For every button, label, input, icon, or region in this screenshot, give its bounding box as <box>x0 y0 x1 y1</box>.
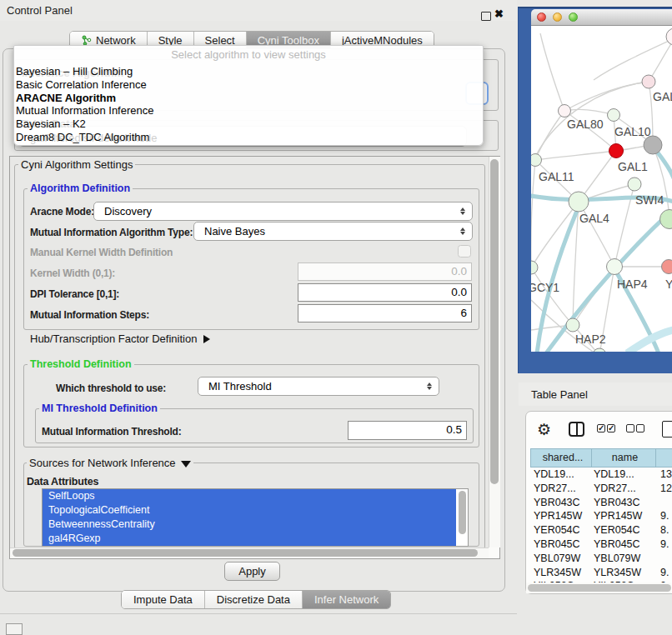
column-header[interactable]: shared... <box>531 449 592 467</box>
popup-item-selected[interactable]: ARACNE Algorithm <box>14 92 483 105</box>
list-scrollbar[interactable] <box>456 489 468 546</box>
popup-item[interactable]: Basic Correlation Inference <box>14 78 483 92</box>
node-GAL10[interactable] <box>608 109 620 122</box>
popup-item[interactable]: Bayesian – K2 <box>14 118 483 131</box>
expand-arrow-icon[interactable] <box>203 335 210 343</box>
node[interactable] <box>666 28 672 45</box>
table-row[interactable]: YDL19...YDL19...13 <box>530 468 672 482</box>
list-item[interactable]: BetweennessCentrality <box>43 518 456 532</box>
node-label: GAL <box>653 90 672 103</box>
minimize-traffic-light[interactable] <box>553 12 562 22</box>
column-header[interactable]: name <box>592 449 656 467</box>
zoom-traffic-light[interactable] <box>569 12 578 22</box>
dpi-tolerance-field[interactable]: 0.0 <box>298 283 472 302</box>
table-row[interactable]: YBL079WYBL079W <box>530 552 672 566</box>
node-salmon[interactable] <box>662 260 672 274</box>
tab-impute-data[interactable]: Impute Data <box>122 591 205 608</box>
node-label: GAL10 <box>614 125 651 138</box>
tab-infer-network[interactable]: Infer Network <box>303 591 390 608</box>
bottom-tabs: Impute Data Discretize Data Infer Networ… <box>121 590 391 609</box>
aracne-mode-combobox[interactable]: Discovery <box>93 202 473 221</box>
settings-horizontal-scrollbar-thumb[interactable] <box>13 549 478 557</box>
table-panel-titlebar: Table Panel <box>519 382 672 406</box>
deselect-all-checkbox-icon[interactable] <box>626 424 634 432</box>
dpi-tolerance-label: DPI Tolerance [0,1]: <box>30 288 119 300</box>
node-HAP4[interactable] <box>607 259 623 275</box>
split-pane-icon[interactable] <box>569 422 584 437</box>
list-item[interactable]: TopologicalCoefficient <box>43 503 456 518</box>
mi-threshold-field[interactable]: 0.5 <box>348 421 467 440</box>
which-threshold-label: Which threshold to use: <box>56 382 166 394</box>
manual-kernel-width-checkbox[interactable] <box>458 245 471 258</box>
sources-title[interactable]: Sources for Network Inference <box>27 457 193 469</box>
data-attributes-label: Data Attributes <box>27 476 98 488</box>
ghost-table-data-label: Table Data <box>22 118 76 130</box>
settings-vertical-scrollbar-thumb[interactable] <box>490 159 499 484</box>
cyni-algorithm-settings-title: Cyni Algorithm Settings <box>18 158 135 171</box>
table-row[interactable]: YER054CYER054C8. <box>530 523 672 538</box>
mi-algorithm-type-label: Mutual Information Algorithm Type: <box>30 227 193 238</box>
table-row[interactable]: YBR043CYBR043C <box>530 496 672 510</box>
combo-stepper-icon <box>459 222 467 240</box>
node-GAL11[interactable] <box>531 154 542 167</box>
minimized-panel-icon[interactable] <box>6 623 23 635</box>
combo-stepper-icon <box>425 378 434 395</box>
node-label: GAL80 <box>567 118 604 131</box>
table-doc-icon[interactable] <box>662 421 672 438</box>
hub-transcription-factor-section[interactable]: Hub/Transcription Factor Definition <box>30 332 210 345</box>
kernel-width-field[interactable]: 0.0 <box>298 262 472 281</box>
node-HAP2[interactable] <box>566 318 579 332</box>
table-row[interactable]: YLR345WYLR345W9. <box>530 566 672 580</box>
node-label: GAL4 <box>579 212 609 225</box>
select-all-checkbox-icon[interactable]: ✓ <box>607 424 615 432</box>
node-GCY1[interactable] <box>531 261 538 274</box>
node-GAL80[interactable] <box>559 105 571 118</box>
node-GAL1-selected[interactable] <box>609 144 624 158</box>
table-row[interactable]: YPR145WYPR145W9. <box>530 509 672 523</box>
ghost-table-data-combo-value: galFiltered.sif default node <box>30 132 157 144</box>
mi-threshold-label: Mutual Information Threshold: <box>42 426 182 438</box>
deselect-all-checkbox-icon[interactable] <box>636 424 644 432</box>
manual-kernel-width-label: Manual Kernel Width Definition <box>30 247 173 258</box>
node-GAL[interactable] <box>642 75 655 88</box>
mi-steps-label: Mutual Information Steps: <box>30 309 149 321</box>
select-all-checkbox-icon[interactable]: ✓ <box>597 424 605 432</box>
table-horizontal-scrollbar-thumb[interactable] <box>528 584 671 592</box>
node-label: GAL11 <box>539 170 574 183</box>
list-scrollbar-thumb[interactable] <box>459 491 466 534</box>
table-row[interactable]: YDR27...YDR27...12 <box>530 482 672 496</box>
node-table: shared... name YDL19...YDL19...13 YDR27.… <box>530 448 672 593</box>
node-SWI4[interactable] <box>628 178 641 191</box>
collapse-arrow-icon[interactable] <box>181 461 191 468</box>
float-window-icon[interactable] <box>481 12 491 21</box>
apply-button[interactable]: Apply <box>224 562 280 581</box>
node-bottom[interactable] <box>593 348 606 352</box>
network-canvas[interactable]: GAL GAL80 GAL10 GAL1 GAL11 SWI4 GAL4 GCY… <box>531 26 672 352</box>
node-label: GAL1 <box>618 160 648 173</box>
close-traffic-light[interactable] <box>537 12 546 22</box>
node-gray[interactable] <box>644 136 662 154</box>
node-GAL4[interactable] <box>569 192 589 212</box>
node-label: SWI4 <box>635 193 664 207</box>
mi-algorithm-type-combobox[interactable]: Naive Bayes <box>193 222 473 241</box>
table-row[interactable]: YBR045CYBR045C9. <box>530 538 672 552</box>
mi-threshold-title: MI Threshold Definition <box>39 402 160 414</box>
list-item[interactable]: gal4RGexp <box>43 532 456 546</box>
node-label: HAP4 <box>617 278 648 291</box>
node-green-large[interactable] <box>660 210 672 229</box>
tab-discretize-data[interactable]: Discretize Data <box>205 591 303 608</box>
kernel-width-label: Kernel Width (0,1): <box>30 268 115 279</box>
panel-bottom-border <box>0 613 517 614</box>
ghost-inference-algorithm-label: Inference Algorithm <box>22 67 123 79</box>
gear-icon[interactable]: ⚙ <box>537 420 551 439</box>
algorithm-dropdown-popup: Select algorithm to view settings Bayesi… <box>13 45 484 146</box>
list-item[interactable]: SelfLoops <box>43 489 456 503</box>
which-threshold-combobox[interactable]: MI Threshold <box>198 377 439 396</box>
mi-steps-field[interactable]: 6 <box>298 304 472 322</box>
data-attributes-list[interactable]: SelfLoops TopologicalCoefficient Between… <box>42 488 469 547</box>
table-panel-title: Table Panel <box>531 388 588 401</box>
popup-item[interactable]: Mutual Information Inference <box>14 104 483 118</box>
column-header[interactable] <box>656 449 672 467</box>
network-graph: GAL GAL80 GAL10 GAL1 GAL11 SWI4 GAL4 GCY… <box>531 26 672 352</box>
close-icon[interactable]: ✖ <box>494 8 504 20</box>
